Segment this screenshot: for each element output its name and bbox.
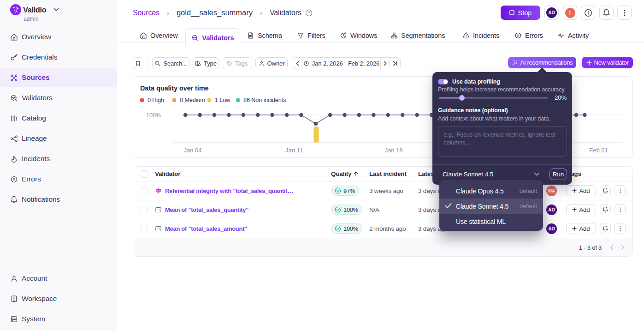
svg-text:100%: 100% xyxy=(146,112,161,119)
svg-text:Feb 01: Feb 01 xyxy=(589,147,608,154)
svg-text:Jan 18: Jan 18 xyxy=(384,147,402,154)
svg-text:Jan 11: Jan 11 xyxy=(285,147,303,154)
svg-text:Jan 04: Jan 04 xyxy=(183,147,201,154)
svg-text:?: ? xyxy=(307,11,310,15)
